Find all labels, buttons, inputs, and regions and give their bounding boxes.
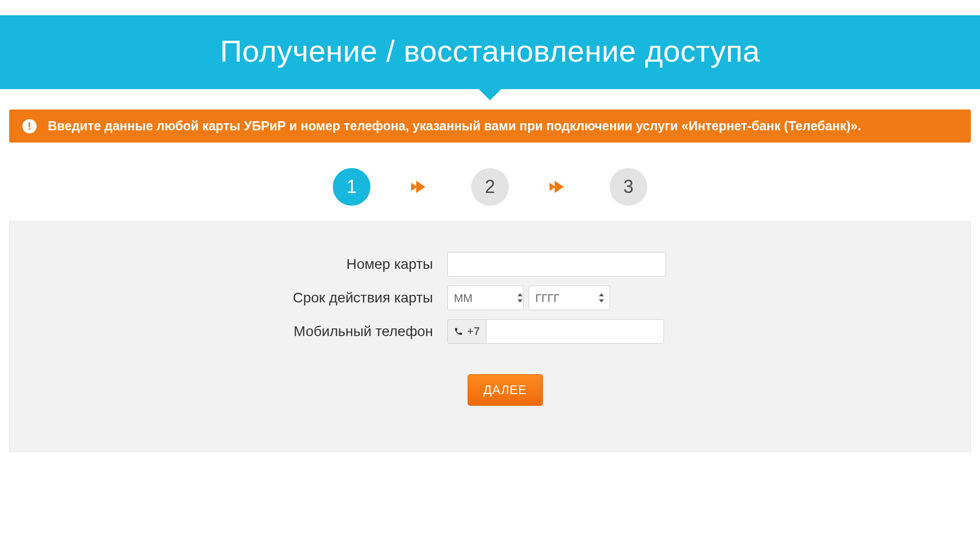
row-card-expiry: Срок действия карты ММ ГГГГ — [30, 286, 950, 310]
chevron-right-icon — [416, 181, 425, 193]
chevron-right-icon — [555, 181, 564, 193]
next-button[interactable]: ДАЛЕЕ — [468, 374, 543, 406]
phone-icon — [454, 327, 463, 336]
form-card: Номер карты Срок действия карты ММ ГГГГ … — [9, 221, 971, 452]
phone-prefix: +7 — [447, 319, 486, 344]
info-alert: ! Введите данные любой карты УБРиР и ном… — [9, 109, 971, 143]
alert-text: Введите данные любой карты УБРиР и номер… — [48, 119, 861, 133]
phone-input[interactable] — [486, 319, 664, 344]
expiry-year-select[interactable]: ГГГГ — [529, 286, 610, 310]
step-indicator: 1 2 3 — [9, 168, 971, 206]
header-banner: Получение / восстановление доступа — [0, 15, 980, 89]
row-card-number: Номер карты — [30, 252, 950, 276]
step-3: 3 — [610, 168, 647, 206]
card-number-input[interactable] — [447, 252, 666, 276]
step-2: 2 — [471, 168, 509, 206]
phone-prefix-text: +7 — [467, 325, 480, 338]
alert-icon: ! — [22, 119, 37, 133]
label-card-number: Номер карты — [30, 256, 447, 272]
page-title: Получение / восстановление доступа — [0, 34, 980, 69]
step-1: 1 — [333, 168, 370, 206]
label-card-expiry: Срок действия карты — [30, 290, 447, 306]
row-phone: Мобильный телефон +7 — [30, 319, 950, 344]
expiry-month-select[interactable]: ММ — [447, 286, 524, 310]
label-phone: Мобильный телефон — [30, 323, 447, 340]
